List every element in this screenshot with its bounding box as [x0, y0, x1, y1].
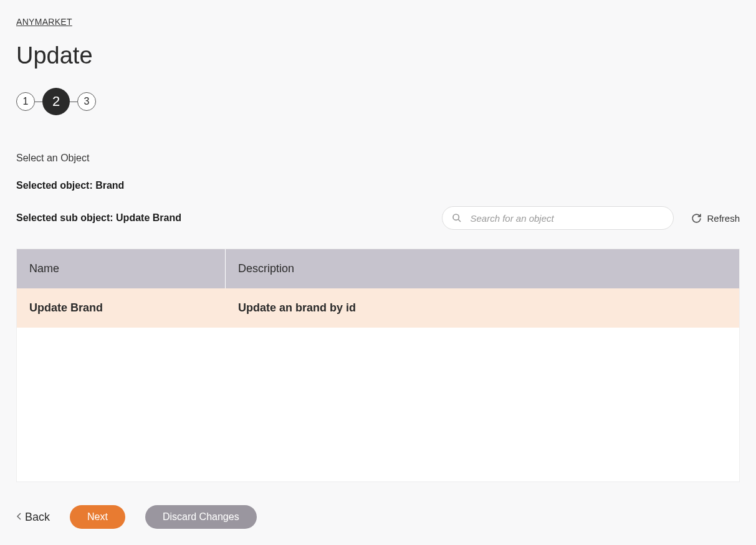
object-table: Name Description Update Brand Update an …	[16, 249, 740, 482]
selected-sub-prefix: Selected sub object:	[16, 212, 116, 223]
search-input[interactable]	[442, 206, 674, 230]
step-connector	[70, 102, 77, 102]
td-description: Update an brand by id	[226, 301, 739, 315]
chevron-left-icon	[16, 512, 22, 523]
discard-button[interactable]: Discard Changes	[145, 505, 257, 529]
search-wrap	[442, 206, 674, 230]
td-name: Update Brand	[17, 301, 226, 315]
selected-object-prefix: Selected object:	[16, 180, 95, 191]
section-label: Select an Object	[16, 153, 740, 164]
th-description: Description	[226, 262, 739, 275]
svg-point-0	[453, 214, 459, 220]
back-button[interactable]: Back	[16, 511, 50, 524]
selected-sub-value: Update Brand	[116, 212, 181, 223]
footer-actions: Back Next Discard Changes	[16, 505, 257, 529]
selected-object-value: Brand	[95, 180, 124, 191]
refresh-label: Refresh	[707, 213, 740, 224]
selected-object-line: Selected object: Brand	[16, 180, 740, 191]
selected-sub-object-line: Selected sub object: Update Brand	[16, 212, 181, 224]
breadcrumb[interactable]: ANYMARKET	[16, 17, 72, 27]
page-title: Update	[16, 42, 740, 69]
wizard-stepper: 1 2 3	[16, 88, 740, 115]
th-name: Name	[17, 249, 226, 288]
step-2[interactable]: 2	[42, 88, 70, 115]
step-3[interactable]: 3	[77, 92, 96, 111]
step-1[interactable]: 1	[16, 92, 35, 111]
refresh-button[interactable]: Refresh	[691, 213, 740, 224]
back-label: Back	[25, 511, 50, 524]
svg-line-1	[458, 219, 461, 222]
refresh-icon	[691, 213, 702, 224]
table-header: Name Description	[17, 249, 739, 288]
step-connector	[35, 102, 42, 102]
next-button[interactable]: Next	[70, 505, 125, 529]
search-icon	[452, 213, 462, 223]
table-row[interactable]: Update Brand Update an brand by id	[17, 288, 739, 328]
